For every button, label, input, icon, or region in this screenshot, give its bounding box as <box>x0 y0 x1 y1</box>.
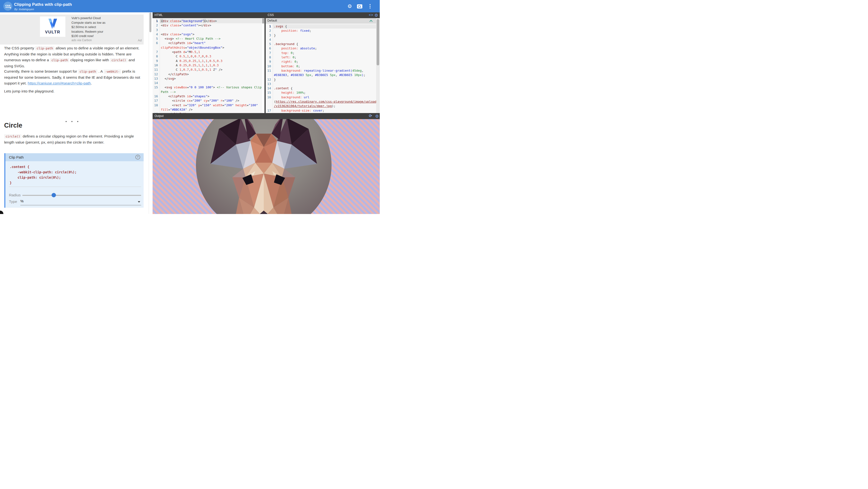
ad-copy[interactable]: Vultr's powerful CloudCompute starts as … <box>71 16 125 38</box>
search-icon <box>357 4 362 8</box>
inline-code: circle() <box>4 134 22 138</box>
clip-path-widget: Clip Path ? .content { -webkit-clip-path… <box>4 153 144 208</box>
inline-code: clip-path <box>35 46 55 51</box>
caniuse-link[interactable]: https://caniuse.com/#search=clip-path <box>28 81 91 85</box>
inline-code: clip-path <box>78 69 98 74</box>
paragraph-support: Currently, there is some browser support… <box>4 68 144 86</box>
output-title: Output <box>155 114 164 118</box>
deer-low-poly-illustration <box>196 119 332 214</box>
ad-logo-box: VULTR <box>40 17 65 37</box>
gear-icon: ⚙ <box>347 4 352 9</box>
chevron-up-icon[interactable] <box>369 20 373 22</box>
html-scrollbar-thumb[interactable] <box>262 19 264 24</box>
kebab-menu-icon <box>370 4 371 8</box>
ad-brand-text: VULTR <box>45 30 60 35</box>
carbon-ad[interactable]: VULTR Vultr's powerful CloudCompute star… <box>0 14 144 44</box>
help-icon[interactable]: ? <box>135 155 140 160</box>
type-select-underline <box>20 205 141 205</box>
css-playground-logo[interactable]: css <box>3 2 12 11</box>
preview-search-button[interactable] <box>357 3 363 9</box>
type-label: Type <box>9 199 17 204</box>
inline-code: circle() <box>110 58 127 62</box>
widget-body: .content { -webkit-clip-path: circle(0%)… <box>5 161 144 208</box>
css-panel-title: CSS <box>268 13 274 17</box>
html-code[interactable]: 1<div class="background"></div>2<div cla… <box>153 18 262 114</box>
article-scrollbar-thumb[interactable] <box>149 12 151 32</box>
inline-code: clip-path <box>50 58 69 62</box>
css-group-bar[interactable]: Default <box>266 18 376 24</box>
output-settings-gear-icon[interactable]: ⚙ <box>375 114 379 119</box>
widget-code-block: .content { -webkit-clip-path: circle(0%)… <box>10 164 76 186</box>
css-scrollbar-thumb[interactable] <box>377 19 379 65</box>
vultr-logo-icon <box>48 19 58 29</box>
ad-badge: Ad <box>138 38 142 42</box>
app-header: css Clipping Paths with clip-path By: it… <box>0 0 380 12</box>
inline-code: -webkit- <box>104 69 121 74</box>
css-settings-gear-icon[interactable]: ⚙ <box>374 13 378 18</box>
widget-divider <box>9 187 141 187</box>
app-window: css Clipping Paths with clip-path By: it… <box>0 0 380 214</box>
css-group-label: Default <box>268 19 277 22</box>
paragraph-playground: Lets jump into the playground. <box>4 88 144 94</box>
slider-track[interactable] <box>22 195 141 196</box>
slider-thumb[interactable] <box>52 193 56 197</box>
widget-title: Clip Path <box>9 155 24 159</box>
type-select-value[interactable]: % <box>20 199 24 203</box>
html-panel-title: HTML <box>155 13 163 17</box>
code-icon[interactable]: <> <box>369 13 373 17</box>
logo-text: css <box>5 4 11 7</box>
css-code[interactable]: 1.svgs {2 position: fixed;3}4 5.backgrou… <box>266 24 376 114</box>
output-header-bar: Output ⟳ ⚙ <box>153 113 380 119</box>
widget-header: Clip Path ? <box>5 153 144 161</box>
article-pane: VULTR Vultr's powerful CloudCompute star… <box>0 12 149 214</box>
panel-divider[interactable] <box>265 12 266 113</box>
clipped-deer-image <box>196 119 332 214</box>
ad-via-label[interactable]: ads via Carbon <box>71 38 92 42</box>
paragraph-intro: The CSS property clip-path allows you to… <box>4 45 144 69</box>
circle-heading: Circle <box>4 122 22 129</box>
article-scrollbar-track[interactable] <box>149 12 153 214</box>
paragraph-circle: circle() defines a circular clipping reg… <box>4 133 144 145</box>
refresh-icon[interactable]: ⟳ <box>369 113 372 118</box>
overflow-menu-button[interactable] <box>367 3 373 9</box>
chevron-down-icon[interactable] <box>138 201 140 203</box>
radius-label: Radius <box>9 193 21 197</box>
radius-slider[interactable] <box>22 193 141 197</box>
logo-underline-icon <box>5 7 11 8</box>
settings-button[interactable]: ⚙ <box>347 3 352 9</box>
output-canvas <box>153 119 380 214</box>
editor-header-bar: HTML CSS <> ⚙ <box>153 12 380 18</box>
page-title: Clipping Paths with clip-path <box>14 2 72 7</box>
page-byline: By: itsdatnguyen <box>14 8 34 11</box>
